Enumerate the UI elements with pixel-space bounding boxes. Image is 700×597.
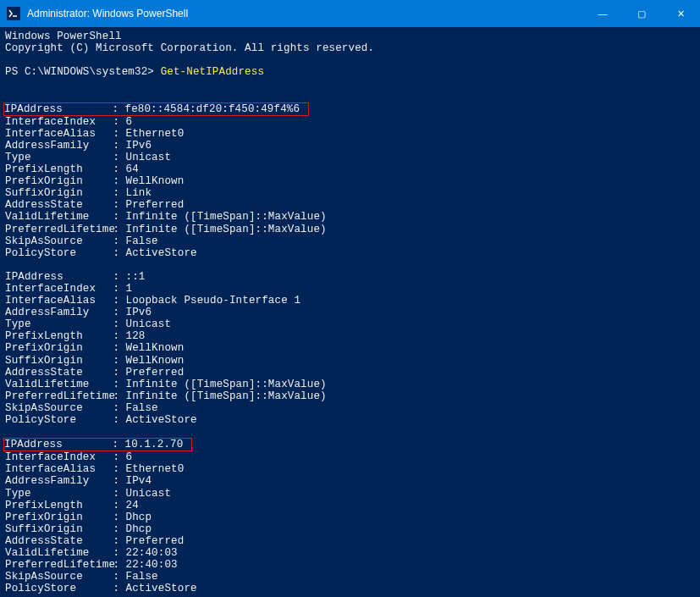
blank-line	[5, 426, 695, 438]
kv-line: PreferredLifetime: 22:40:03	[5, 559, 695, 571]
kv-line: AddressFamily: IPv6	[5, 307, 695, 318]
kv-line: PolicyStore: ActiveStore	[5, 247, 695, 259]
kv-line: Type: Unicast	[5, 152, 695, 163]
kv-line: PolicyStore: ActiveStore	[5, 414, 695, 426]
kv-line: InterfaceIndex: 1	[5, 283, 695, 295]
kv-line: IPAddress: fe80::4584:df20:f450:49f4%6	[5, 102, 695, 116]
kv-line: PreferredLifetime: Infinite ([TimeSpan]:…	[5, 224, 695, 235]
kv-line: ValidLifetime: Infinite ([TimeSpan]::Max…	[5, 379, 695, 390]
blank-line	[5, 90, 695, 102]
kv-line: AddressFamily: IPv6	[5, 140, 695, 152]
kv-line: SuffixOrigin: Link	[5, 187, 695, 199]
kv-line: ValidLifetime: Infinite ([TimeSpan]::Max…	[5, 211, 695, 223]
kv-line: PrefixOrigin: WellKnown	[5, 342, 695, 354]
kv-line: PolicyStore: ActiveStore	[5, 583, 695, 594]
kv-line: PrefixOrigin: WellKnown	[5, 175, 695, 187]
kv-line: InterfaceIndex: 6	[5, 451, 695, 463]
kv-line: SuffixOrigin: WellKnown	[5, 355, 695, 367]
kv-line: IPAddress: 10.1.2.70	[5, 438, 695, 451]
titlebar[interactable]: Administrator: Windows PowerShell — ▢ ✕	[0, 0, 700, 27]
highlight-box: IPAddress: fe80::4584:df20:f450:49f4%6	[3, 102, 309, 116]
svg-rect-0	[7, 7, 20, 20]
kv-line: PrefixLength: 128	[5, 330, 695, 342]
kv-line: IPAddress: ::1	[5, 271, 695, 283]
kv-line: AddressFamily: IPv4	[5, 475, 695, 487]
kv-line: SkipAsSource: False	[5, 235, 695, 247]
powershell-icon	[7, 7, 20, 20]
terminal-output[interactable]: Windows PowerShellCopyright (C) Microsof…	[0, 27, 700, 597]
kv-line: InterfaceAlias: Loopback Pseudo-Interfac…	[5, 295, 695, 307]
prompt-line: PS C:\WINDOWS\system32> Get-NetIPAddress	[5, 66, 695, 78]
kv-line: SuffixOrigin: Dhcp	[5, 523, 695, 535]
close-button[interactable]: ✕	[661, 0, 700, 27]
kv-line: PreferredLifetime: Infinite ([TimeSpan]:…	[5, 390, 695, 402]
window-title: Administrator: Windows PowerShell	[25, 8, 583, 19]
banner-line: Windows PowerShell	[5, 30, 695, 42]
blank-line	[5, 54, 695, 66]
kv-line: InterfaceIndex: 6	[5, 116, 695, 128]
kv-line: InterfaceAlias: Ethernet0	[5, 128, 695, 140]
command: Get-NetIPAddress	[161, 66, 264, 78]
kv-line: AddressState: Preferred	[5, 199, 695, 211]
kv-line: PrefixOrigin: Dhcp	[5, 511, 695, 523]
maximize-button[interactable]: ▢	[622, 0, 661, 27]
kv-line: Type: Unicast	[5, 488, 695, 500]
kv-line: SkipAsSource: False	[5, 571, 695, 583]
kv-line: AddressState: Preferred	[5, 367, 695, 379]
kv-line: InterfaceAlias: Ethernet0	[5, 463, 695, 475]
kv-line: PrefixLength: 64	[5, 163, 695, 175]
kv-line: ValidLifetime: 22:40:03	[5, 547, 695, 559]
kv-line: PrefixLength: 24	[5, 500, 695, 511]
minimize-button[interactable]: —	[583, 0, 622, 27]
kv-line: SkipAsSource: False	[5, 402, 695, 414]
kv-line: AddressState: Preferred	[5, 535, 695, 547]
kv-line: Type: Unicast	[5, 318, 695, 330]
banner-line: Copyright (C) Microsoft Corporation. All…	[5, 42, 695, 54]
blank-line	[5, 78, 695, 90]
highlight-box: IPAddress: 10.1.2.70	[3, 438, 192, 451]
blank-line	[5, 259, 695, 271]
